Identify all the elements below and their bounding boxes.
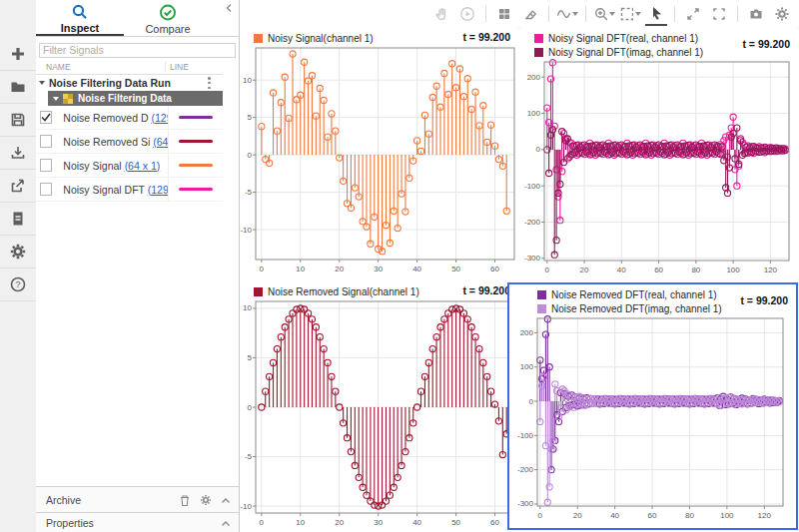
run-row[interactable]: Noise Filtering Data Run xyxy=(36,75,223,91)
svg-text:100: 100 xyxy=(527,109,541,118)
legend-label: Noisy Signal(channel 1) xyxy=(268,33,374,44)
stem-plot-canvas[interactable]: 020406080100120-300-200-1000100200 xyxy=(520,59,798,278)
svg-text:-10: -10 xyxy=(240,226,252,235)
svg-text:80: 80 xyxy=(685,511,694,520)
chevron-down-icon xyxy=(572,12,578,16)
svg-text:60: 60 xyxy=(654,266,663,274)
signal-dims-link[interactable]: (64 x 1) xyxy=(153,136,168,148)
legend: Noisy Signal(channel 1) t = 99.200 xyxy=(240,28,518,45)
fit-to-view-button[interactable] xyxy=(619,3,641,25)
stem-plot-canvas[interactable]: 020406080100120-300-200-1000100200 xyxy=(509,315,792,524)
gear-icon[interactable] xyxy=(200,494,212,506)
table-header: NAME LINE xyxy=(36,60,223,75)
properties-section-header[interactable]: Properties xyxy=(36,512,239,532)
report-button[interactable] xyxy=(0,203,36,236)
legend-label: Noise Removed Signal(channel 1) xyxy=(268,286,419,297)
svg-text:60: 60 xyxy=(648,511,657,520)
svg-text:10: 10 xyxy=(296,518,305,527)
signal-checkbox[interactable] xyxy=(40,183,52,196)
legend-swatch xyxy=(537,304,546,313)
folder-icon xyxy=(9,78,27,96)
stem-plot-canvas[interactable]: 0102030405060-10-50510 xyxy=(240,298,518,531)
svg-text:100: 100 xyxy=(520,362,534,371)
svg-text:10: 10 xyxy=(243,76,252,85)
save-button[interactable] xyxy=(0,104,36,137)
signal-name: Noise Removed Si xyxy=(63,136,150,148)
cursor-time-value: t = 99.200 xyxy=(462,284,510,296)
zoom-in-button[interactable] xyxy=(593,3,615,25)
fit-to-view-icon xyxy=(619,6,633,22)
subplot-noise-removed-signal[interactable]: Noise Removed Signal(channel 1) t = 99.2… xyxy=(240,281,518,532)
signal-row[interactable]: Noise Removed Si (64 x 1) xyxy=(36,130,223,154)
archive-section-header[interactable]: Archive xyxy=(36,486,239,513)
filter-signals-input[interactable] xyxy=(39,43,236,58)
pointer-tool-button[interactable] xyxy=(645,2,667,26)
left-toolstrip: ? xyxy=(0,0,37,532)
pan-hand-button[interactable] xyxy=(430,3,452,25)
signal-trace-button[interactable] xyxy=(556,3,578,25)
signal-dims-link[interactable]: (129 x 1) xyxy=(148,184,169,196)
run-playback-button[interactable] xyxy=(456,3,478,25)
signal-row[interactable]: Noise Removed D (129 x 1) xyxy=(36,106,223,130)
svg-text:100: 100 xyxy=(720,511,734,520)
import-icon xyxy=(9,144,27,162)
trash-icon[interactable] xyxy=(179,494,191,507)
fullscreen-button[interactable] xyxy=(708,3,730,25)
collapse-panel-icon[interactable] xyxy=(223,2,235,14)
snapshot-button[interactable] xyxy=(745,3,767,25)
import-button[interactable] xyxy=(0,137,36,170)
pan-zoom-button[interactable] xyxy=(682,3,704,25)
layout-grid-icon xyxy=(496,6,512,22)
run-label: Noise Filtering Data Run xyxy=(49,77,171,89)
open-folder-button[interactable] xyxy=(0,71,36,104)
legend-swatch xyxy=(534,34,543,43)
column-line: LINE xyxy=(166,62,189,72)
legend-label: Noisy Signal DFT(real, channel 1) xyxy=(548,33,698,44)
svg-text:-200: -200 xyxy=(517,465,534,474)
run-menu-kebab-icon[interactable] xyxy=(208,77,211,89)
svg-text:30: 30 xyxy=(374,518,383,527)
signal-checkbox[interactable] xyxy=(40,159,52,172)
expand-diagonal-icon xyxy=(685,6,701,22)
add-button[interactable] xyxy=(0,38,36,71)
signal-dims-link[interactable]: (64 x 1) xyxy=(125,160,161,172)
expand-triangle-icon[interactable] xyxy=(39,81,45,85)
svg-text:120: 120 xyxy=(764,266,778,274)
signal-row[interactable]: Noisy Signal (64 x 1) xyxy=(36,154,223,178)
tab-inspect[interactable]: Inspect xyxy=(36,0,124,36)
svg-text:0: 0 xyxy=(260,518,265,527)
subplot-noisy-signal-dft[interactable]: Noisy Signal DFT(real, channel 1) Noisy … xyxy=(520,28,798,279)
svg-text:0: 0 xyxy=(248,151,253,160)
subplot-noisy-signal[interactable]: Noisy Signal(channel 1) t = 99.200 01020… xyxy=(240,28,518,279)
signal-checkbox[interactable] xyxy=(40,111,52,124)
plot-area: Noisy Signal(channel 1) t = 99.200 01020… xyxy=(240,0,799,532)
clear-plots-button[interactable] xyxy=(519,3,541,25)
svg-text:200: 200 xyxy=(527,73,541,82)
settings-button[interactable] xyxy=(0,236,36,268)
chevron-up-icon[interactable] xyxy=(221,520,231,527)
group-label: Noise Filtering Data xyxy=(78,93,172,104)
svg-text:40: 40 xyxy=(412,518,421,527)
cursor-time-value: t = 99.200 xyxy=(462,31,510,43)
signal-group-row[interactable]: Noise Filtering Data xyxy=(48,91,223,106)
signal-dims-link[interactable]: (129 x 1) xyxy=(151,112,168,124)
legend-swatch xyxy=(254,34,263,43)
svg-text:-200: -200 xyxy=(524,218,541,227)
signal-checkbox[interactable] xyxy=(40,135,52,148)
expand-triangle-icon[interactable] xyxy=(53,97,59,101)
signal-row[interactable]: Noisy Signal DFT (129 x 1) xyxy=(36,178,223,202)
subplot-layout-button[interactable] xyxy=(493,3,515,25)
svg-text:?: ? xyxy=(15,278,20,289)
subplot-noise-removed-dft-selected[interactable]: Noise Removed DFT(real, channel 1) Noise… xyxy=(507,282,798,530)
help-button[interactable]: ? xyxy=(0,268,36,301)
svg-text:-5: -5 xyxy=(245,452,253,461)
svg-text:0: 0 xyxy=(248,403,253,412)
plot-settings-button[interactable] xyxy=(771,3,793,25)
gear-icon xyxy=(9,243,27,261)
export-button[interactable] xyxy=(0,170,36,203)
stem-plot-canvas[interactable]: 0102030405060-10-50510 xyxy=(240,45,518,277)
cursor-arrow-icon xyxy=(648,5,664,21)
tab-compare[interactable]: Compare xyxy=(124,0,212,36)
chevron-up-icon[interactable] xyxy=(221,497,231,504)
svg-text:-100: -100 xyxy=(524,182,541,191)
